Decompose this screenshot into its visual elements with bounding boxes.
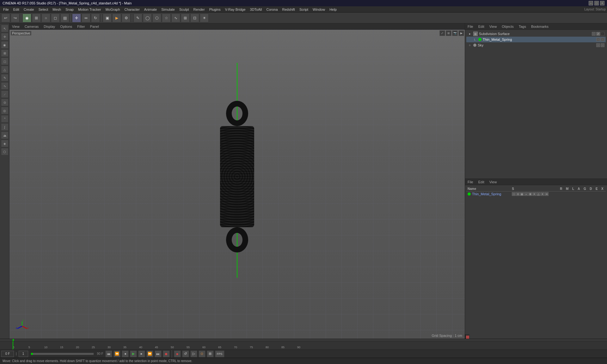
- frame-slider[interactable]: [31, 353, 94, 355]
- attr-tab-edit[interactable]: Edit: [477, 180, 486, 184]
- record-button[interactable]: ⏺: [163, 350, 170, 357]
- obj-tab-view[interactable]: View: [488, 24, 498, 29]
- render-settings-button[interactable]: ⚙: [122, 14, 131, 22]
- view-btn-1[interactable]: ⊞: [181, 14, 190, 22]
- next-frame-button[interactable]: ▸: [138, 350, 145, 357]
- vp-btn-grid[interactable]: ⊞: [446, 30, 451, 36]
- menu-snap[interactable]: Snap: [64, 7, 76, 12]
- attr-tab-file[interactable]: File: [466, 180, 475, 184]
- menu-create[interactable]: Create: [22, 7, 36, 12]
- vp-btn-render[interactable]: ▶: [458, 30, 464, 36]
- frame-step-input[interactable]: [19, 351, 28, 357]
- close-button[interactable]: ×: [600, 1, 604, 5]
- menu-mesh[interactable]: Mesh: [51, 7, 63, 12]
- tool-fx2[interactable]: ⬡: [1, 148, 9, 155]
- menu-edit[interactable]: Edit: [11, 7, 21, 12]
- tool-knife[interactable]: ⟋: [1, 90, 9, 98]
- menu-corona[interactable]: Corona: [264, 7, 279, 12]
- current-frame-input[interactable]: [1, 351, 14, 357]
- check-render[interactable]: ✓: [596, 32, 600, 36]
- check-s-visible[interactable]: ·: [596, 38, 600, 41]
- obj-item-subdivision[interactable]: ▸ ⊞ Subdivision Surface · ✓ ·: [466, 31, 606, 37]
- menu-script[interactable]: Script: [297, 7, 310, 12]
- mode-edge-button[interactable]: ○: [41, 14, 50, 22]
- vp-tab-view[interactable]: View: [11, 24, 21, 29]
- tool-brush[interactable]: ◎: [1, 107, 9, 114]
- tool-grid[interactable]: ⊞: [1, 49, 9, 57]
- draw-btn-5[interactable]: ∿: [171, 14, 180, 22]
- menu-file[interactable]: File: [1, 7, 11, 12]
- timeline[interactable]: 0 5 10 15 20 25 30 35 40 45 50 55 60 65 …: [0, 341, 607, 350]
- check-extra[interactable]: ·: [601, 32, 604, 36]
- view-btn-2[interactable]: ⊡: [190, 14, 199, 22]
- redo-button[interactable]: ↪: [11, 14, 20, 22]
- attr-icon-sq[interactable]: □: [512, 192, 516, 196]
- check-visible[interactable]: ·: [592, 32, 596, 36]
- menu-plugins[interactable]: Plugins: [207, 7, 223, 12]
- viewport[interactable]: Perspective Y: [9, 30, 465, 339]
- menu-window[interactable]: Window: [311, 7, 327, 12]
- tool-pen[interactable]: ✎: [1, 74, 9, 82]
- to-start-button[interactable]: ⏮: [105, 350, 112, 357]
- menu-render[interactable]: Render: [192, 7, 207, 12]
- tool-paint[interactable]: ◉: [1, 41, 9, 49]
- tool-deform[interactable]: ⌃: [1, 115, 9, 123]
- tool-sculpt[interactable]: ∫: [1, 123, 9, 131]
- menu-3dto[interactable]: 3DToAll: [248, 7, 264, 12]
- menu-vray[interactable]: V-Ray Bridge: [223, 7, 248, 12]
- move-tool-button[interactable]: ✛: [72, 14, 81, 22]
- menu-simulate[interactable]: Simulate: [159, 7, 177, 12]
- check-sky-render[interactable]: ·: [601, 43, 604, 47]
- prev-key-button[interactable]: ⏪: [113, 350, 120, 357]
- menu-select[interactable]: Select: [37, 7, 50, 12]
- render-button[interactable]: ▶: [112, 14, 121, 22]
- obj-tab-file[interactable]: File: [466, 24, 475, 29]
- anim-mode-button[interactable]: ⊙: [199, 350, 205, 357]
- draw-btn-1[interactable]: ✎: [133, 14, 142, 22]
- tool-curve[interactable]: ∿: [1, 82, 9, 90]
- rotate-tool-button[interactable]: ↻: [91, 14, 100, 22]
- check-s-render[interactable]: ·: [601, 38, 604, 41]
- vp-btn-cam[interactable]: 📷: [452, 30, 458, 36]
- menu-mograph[interactable]: MoGraph: [104, 7, 122, 12]
- light-btn[interactable]: ☀: [200, 14, 209, 22]
- tool-loop[interactable]: ⊙: [1, 99, 9, 106]
- obj-tab-bookmarks[interactable]: Bookmarks: [530, 24, 550, 29]
- attr-icon-li[interactable]: ≡: [532, 192, 536, 196]
- vp-btn-expand[interactable]: ⤢: [439, 30, 445, 36]
- vp-tab-options[interactable]: Options: [59, 24, 73, 29]
- anim-button[interactable]: ▤: [60, 14, 69, 22]
- play-button[interactable]: ▶: [130, 350, 137, 357]
- obj-item-sky[interactable]: ○ Sky · ·: [466, 42, 606, 48]
- check-sky-visible[interactable]: ·: [596, 43, 600, 47]
- attr-icon-dt[interactable]: •: [524, 192, 528, 196]
- tool-fx1[interactable]: ◈: [1, 140, 9, 147]
- vp-tab-display[interactable]: Display: [42, 24, 56, 29]
- tool-poly[interactable]: ◻: [1, 58, 9, 65]
- tool-move[interactable]: ✛: [1, 33, 9, 40]
- menu-motion-tracker[interactable]: Motion Tracker: [76, 7, 103, 12]
- draw-btn-2[interactable]: ◯: [143, 14, 152, 22]
- attr-icon-ln[interactable]: ≡: [541, 192, 544, 196]
- mode-pt-button[interactable]: ⊞: [32, 14, 41, 22]
- attr-icon-ci[interactable]: ⊙: [516, 192, 520, 196]
- next-key-button[interactable]: ⏩: [146, 350, 153, 357]
- render-view-button[interactable]: ▣: [103, 14, 112, 22]
- draw-btn-3[interactable]: ⬡: [152, 14, 161, 22]
- minimize-button[interactable]: −: [589, 1, 593, 5]
- attr-row-spring[interactable]: Thin_Metal_Spring □ ⊙ ▤ • ⊞: [466, 191, 606, 197]
- loop-button[interactable]: ↺: [182, 350, 189, 357]
- menu-sculpt[interactable]: Sculpt: [177, 7, 191, 12]
- play-fwd-button[interactable]: ▷: [190, 350, 197, 357]
- mode-poly-button[interactable]: ◻: [51, 14, 60, 22]
- tool-prim[interactable]: △: [1, 66, 9, 73]
- rec-mode-button[interactable]: ⊞: [207, 350, 214, 357]
- attr-icon-gr[interactable]: ▤: [520, 192, 524, 196]
- menu-redshift[interactable]: Redshift: [280, 7, 297, 12]
- menu-character[interactable]: Character: [123, 7, 142, 12]
- vp-tab-panel[interactable]: Panel: [89, 24, 100, 29]
- vp-tab-cameras[interactable]: Cameras: [23, 24, 40, 29]
- vp-tab-filter[interactable]: Filter: [76, 24, 86, 29]
- fps-button[interactable]: FPS: [215, 350, 224, 357]
- prev-frame-button[interactable]: ◂: [122, 350, 129, 357]
